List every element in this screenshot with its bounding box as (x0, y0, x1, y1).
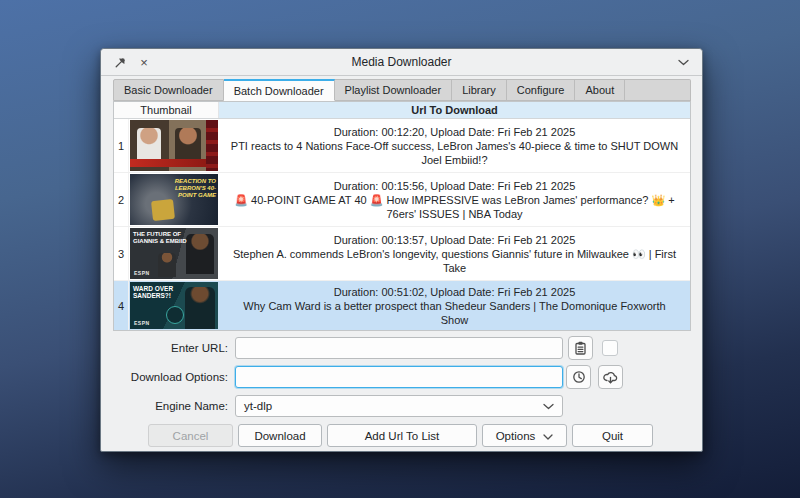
tab-about[interactable]: About (575, 79, 625, 101)
url-list-table: Thumbnail Url To Download 1 Duration: 00… (113, 101, 691, 331)
thumbnail-column-header: Thumbnail (114, 102, 219, 118)
table-header: Thumbnail Url To Download (114, 102, 690, 119)
media-downloader-window: Media Downloader × Basic Downloader Batc… (100, 48, 703, 452)
tab-batch-downloader[interactable]: Batch Downloader (224, 79, 335, 101)
engine-selected-value: yt-dlp (244, 400, 272, 412)
thumbnail-caption: THE FUTURE OF GIANNIS & EMBIID (133, 231, 188, 245)
tab-bar-filler (625, 79, 691, 101)
download-options-input[interactable] (235, 366, 563, 388)
thumbnail-caption: REACTION TO LEBRON'S 40-POINT GAME (165, 178, 216, 199)
window-title: Media Downloader (101, 55, 702, 69)
video-thumbnail: REACTION TO LEBRON'S 40-POINT GAME (130, 174, 218, 225)
add-url-to-list-button[interactable]: Add Url To List (327, 424, 477, 447)
engine-select[interactable]: yt-dlp (235, 395, 563, 417)
download-defaults-cloud-button[interactable] (598, 365, 623, 389)
url-column-header: Url To Download (219, 102, 690, 118)
video-title: Stephen A. commends LeBron's longevity, … (229, 247, 680, 275)
titlebar[interactable]: Media Downloader × (101, 49, 702, 76)
video-meta: Duration: 00:12:20, Upload Date: Fri Feb… (334, 125, 576, 139)
thumbnail-brand: ESPN (134, 320, 150, 326)
enter-url-label: Enter URL: (101, 342, 228, 354)
url-input[interactable] (235, 337, 563, 359)
video-title: 🚨 40-POINT GAME AT 40 🚨 How IMPRESSIVE w… (229, 193, 680, 221)
cancel-button: Cancel (148, 424, 233, 447)
download-button[interactable]: Download (238, 424, 322, 447)
video-thumbnail: WARD OVER SANDERS?! ESPN (130, 282, 218, 329)
row-number: 4 (114, 281, 129, 330)
video-meta: Duration: 00:51:02, Upload Date: Fri Feb… (334, 285, 576, 299)
chevron-down-icon (543, 430, 553, 442)
thumbnail-brand: ESPN (134, 270, 150, 276)
action-button-row: Cancel Download Add Url To List Options … (148, 424, 653, 447)
download-options-label: Download Options: (101, 371, 228, 383)
table-row[interactable]: 1 Duration: 00:12:20, Upload Date: Fri F… (114, 119, 690, 173)
video-thumbnail: THE FUTURE OF GIANNIS & EMBIID ESPN (130, 228, 218, 279)
engine-name-label: Engine Name: (101, 400, 228, 412)
video-meta: Duration: 00:15:56, Upload Date: Fri Feb… (334, 179, 576, 193)
quit-button[interactable]: Quit (572, 424, 653, 447)
thumbnail-caption: WARD OVER SANDERS?! (133, 285, 186, 299)
video-thumbnail (130, 120, 218, 171)
tab-playlist-downloader[interactable]: Playlist Downloader (335, 79, 453, 101)
table-row-selected[interactable]: 4 WARD OVER SANDERS?! ESPN Duration: 00:… (114, 281, 690, 331)
tab-bar: Basic Downloader Batch Downloader Playli… (113, 79, 691, 101)
options-menu-button[interactable]: Options (482, 424, 567, 447)
video-title: Why Cam Ward is a better prospect than S… (229, 299, 680, 327)
table-row[interactable]: 3 THE FUTURE OF GIANNIS & EMBIID ESPN Du… (114, 227, 690, 281)
table-row[interactable]: 2 REACTION TO LEBRON'S 40-POINT GAME Dur… (114, 173, 690, 227)
row-number: 1 (114, 119, 129, 172)
tab-library[interactable]: Library (452, 79, 507, 101)
tab-basic-downloader[interactable]: Basic Downloader (113, 79, 224, 101)
row-number: 3 (114, 227, 129, 280)
chevron-down-icon (543, 400, 554, 412)
video-meta: Duration: 00:13:57, Upload Date: Fri Feb… (334, 233, 576, 247)
auto-paste-checkbox[interactable] (602, 340, 618, 356)
options-history-button[interactable] (566, 365, 591, 389)
tab-configure[interactable]: Configure (507, 79, 576, 101)
video-title: PTI reacts to 4 Nations Face-Off success… (229, 139, 680, 167)
paste-clipboard-button[interactable] (568, 336, 593, 360)
row-number: 2 (114, 173, 129, 226)
